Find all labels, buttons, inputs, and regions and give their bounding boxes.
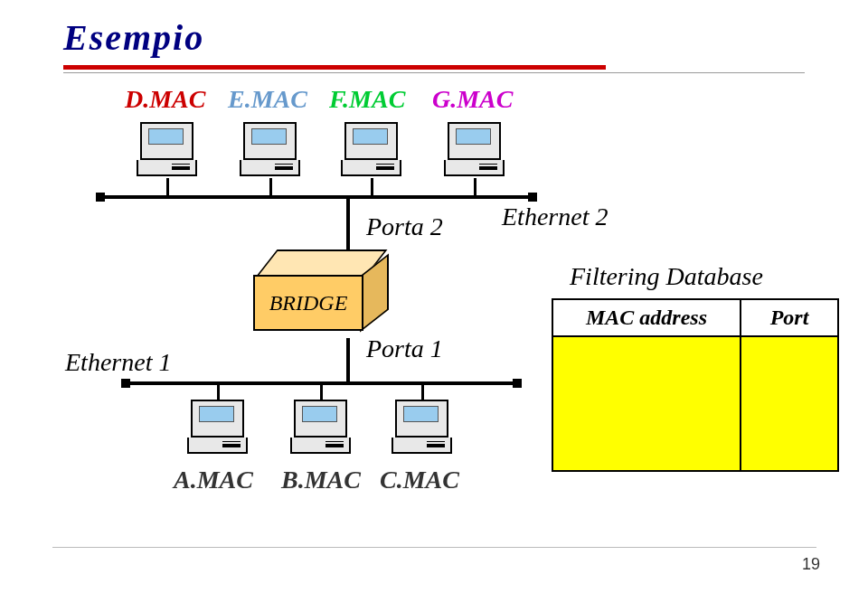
stub [371,178,373,196]
label-f-mac: F.MAC [329,85,405,114]
bridge-line-top [346,195,350,251]
stub [269,178,272,196]
filtering-database-label: Filtering Database [570,262,763,291]
label-c-mac: C.MAC [380,466,459,494]
computer-icon [448,122,505,176]
computer-icon [140,122,197,176]
ethernet2-label: Ethernet 2 [502,202,608,231]
label-a-mac: A.MAC [174,466,253,494]
bus-end [528,193,537,202]
bus-end [121,379,130,388]
label-d-mac: D.MAC [125,85,205,114]
porta2-label: Porta 2 [366,212,443,241]
bridge-label: BRIDGE [253,275,363,331]
page-number: 19 [802,555,820,574]
stub [320,383,323,401]
bridge-line-bottom [346,338,350,383]
title-red-underline [63,65,606,70]
stub [217,383,220,401]
computer-icon [243,122,300,176]
computer-icon [191,400,248,454]
table-header-port: Port [741,299,838,336]
slide-title: Esempio [63,16,204,59]
label-g-mac: G.MAC [432,85,513,114]
computer-icon [294,400,351,454]
computer-icon [344,122,401,176]
ethernet2-bus [99,195,533,199]
label-b-mac: B.MAC [281,466,361,494]
ethernet1-label: Ethernet 1 [65,348,171,377]
table-cell-empty [552,336,741,471]
title-gray-underline [63,72,805,73]
label-e-mac: E.MAC [228,85,307,114]
table-header-mac: MAC address [552,299,741,336]
porta1-label: Porta 1 [366,334,443,363]
computer-icon [395,400,452,454]
table-cell-empty [741,336,838,471]
stub [421,383,424,401]
stub [474,178,476,196]
bus-end [96,193,105,202]
filtering-database-table: MAC address Port [552,298,839,472]
bus-end [513,379,522,388]
footer-line [52,547,816,548]
stub [166,178,169,196]
